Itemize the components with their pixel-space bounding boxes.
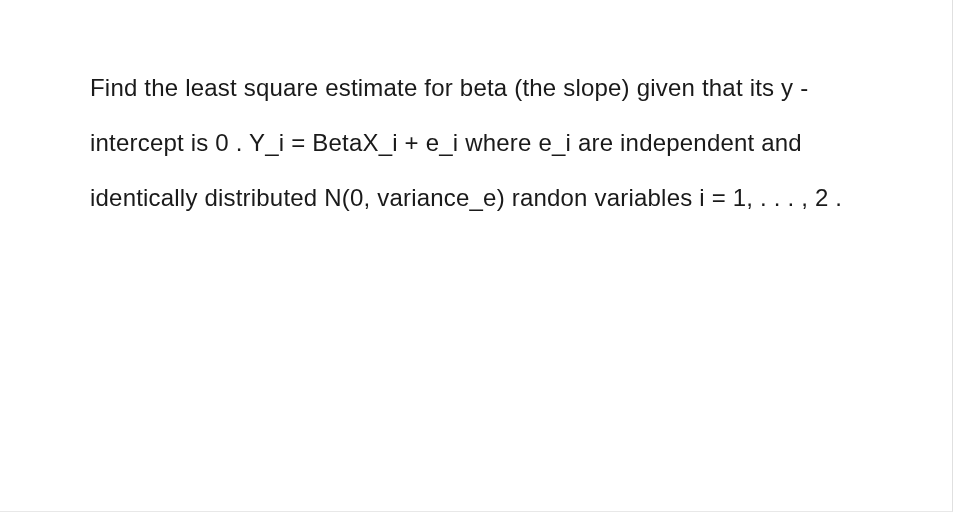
problem-statement: Find the least square estimate for beta … [90,60,862,226]
document-page: Find the least square estimate for beta … [0,0,953,512]
